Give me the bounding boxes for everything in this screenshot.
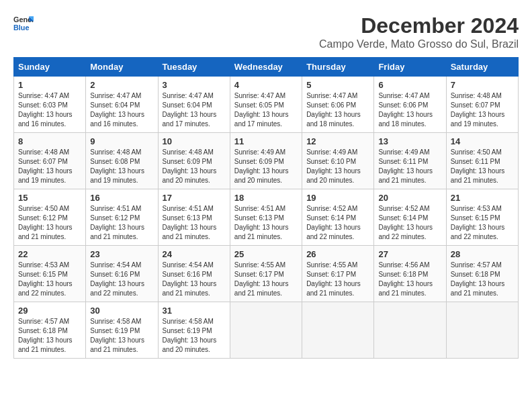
day-number: 11	[234, 136, 298, 146]
weekday-header-wednesday: Wednesday	[230, 58, 302, 77]
day-info: Sunrise: 4:47 AMSunset: 6:04 PMDaylight:…	[90, 91, 153, 129]
calendar-cell	[446, 302, 518, 359]
calendar-cell: 21Sunrise: 4:53 AMSunset: 6:15 PMDayligh…	[446, 189, 518, 246]
calendar-cell: 29Sunrise: 4:57 AMSunset: 6:18 PMDayligh…	[14, 302, 86, 359]
day-info: Sunrise: 4:58 AMSunset: 6:19 PMDaylight:…	[90, 317, 153, 355]
day-info: Sunrise: 4:56 AMSunset: 6:18 PMDaylight:…	[378, 261, 441, 298]
day-info: Sunrise: 4:48 AMSunset: 6:07 PMDaylight:…	[451, 91, 514, 129]
weekday-header-saturday: Saturday	[446, 58, 518, 77]
day-info: Sunrise: 4:54 AMSunset: 6:16 PMDaylight:…	[163, 261, 226, 298]
calendar-cell: 7Sunrise: 4:48 AMSunset: 6:07 PMDaylight…	[446, 77, 518, 133]
calendar-week-5: 29Sunrise: 4:57 AMSunset: 6:18 PMDayligh…	[14, 302, 519, 359]
calendar-cell: 3Sunrise: 4:47 AMSunset: 6:04 PMDaylight…	[158, 77, 230, 133]
calendar-cell: 15Sunrise: 4:50 AMSunset: 6:12 PMDayligh…	[14, 189, 86, 246]
calendar-cell: 25Sunrise: 4:55 AMSunset: 6:17 PMDayligh…	[230, 246, 302, 302]
day-info: Sunrise: 4:49 AMSunset: 6:10 PMDaylight:…	[306, 148, 369, 185]
calendar-cell: 20Sunrise: 4:52 AMSunset: 6:14 PMDayligh…	[374, 189, 446, 246]
day-info: Sunrise: 4:52 AMSunset: 6:14 PMDaylight:…	[378, 204, 441, 242]
day-info: Sunrise: 4:53 AMSunset: 6:15 PMDaylight:…	[451, 204, 514, 242]
weekday-header-row: SundayMondayTuesdayWednesdayThursdayFrid…	[14, 58, 519, 77]
calendar-cell: 18Sunrise: 4:51 AMSunset: 6:13 PMDayligh…	[230, 189, 302, 246]
day-info: Sunrise: 4:49 AMSunset: 6:09 PMDaylight:…	[234, 148, 298, 185]
day-number: 20	[378, 193, 441, 203]
day-info: Sunrise: 4:57 AMSunset: 6:18 PMDaylight:…	[451, 261, 514, 298]
day-number: 9	[90, 136, 153, 146]
calendar-cell: 13Sunrise: 4:49 AMSunset: 6:11 PMDayligh…	[374, 133, 446, 189]
day-number: 15	[18, 193, 81, 203]
weekday-header-friday: Friday	[374, 58, 446, 77]
calendar-cell: 10Sunrise: 4:48 AMSunset: 6:09 PMDayligh…	[158, 133, 230, 189]
day-number: 30	[90, 306, 153, 316]
day-info: Sunrise: 4:51 AMSunset: 6:13 PMDaylight:…	[234, 204, 298, 242]
calendar-cell: 31Sunrise: 4:58 AMSunset: 6:19 PMDayligh…	[158, 302, 230, 359]
title-section: December 2024 Campo Verde, Mato Grosso d…	[319, 13, 519, 50]
day-info: Sunrise: 4:47 AMSunset: 6:03 PMDaylight:…	[18, 91, 81, 129]
day-number: 6	[378, 80, 441, 90]
calendar-cell: 5Sunrise: 4:47 AMSunset: 6:06 PMDaylight…	[302, 77, 374, 133]
calendar-cell: 26Sunrise: 4:55 AMSunset: 6:17 PMDayligh…	[302, 246, 374, 302]
weekday-header-thursday: Thursday	[302, 58, 374, 77]
logo: General Blue	[13, 13, 34, 34]
calendar-cell: 22Sunrise: 4:53 AMSunset: 6:15 PMDayligh…	[14, 246, 86, 302]
calendar-cell: 19Sunrise: 4:52 AMSunset: 6:14 PMDayligh…	[302, 189, 374, 246]
day-info: Sunrise: 4:47 AMSunset: 6:04 PMDaylight:…	[163, 91, 226, 129]
day-info: Sunrise: 4:54 AMSunset: 6:16 PMDaylight:…	[90, 261, 153, 298]
day-number: 4	[234, 80, 298, 90]
day-number: 25	[234, 249, 298, 259]
day-number: 16	[90, 193, 153, 203]
svg-text:Blue: Blue	[13, 24, 29, 32]
calendar-cell: 30Sunrise: 4:58 AMSunset: 6:19 PMDayligh…	[86, 302, 158, 359]
day-info: Sunrise: 4:53 AMSunset: 6:15 PMDaylight:…	[18, 261, 81, 298]
day-number: 8	[18, 136, 81, 146]
day-number: 27	[378, 249, 441, 259]
calendar-cell: 27Sunrise: 4:56 AMSunset: 6:18 PMDayligh…	[374, 246, 446, 302]
location-title: Campo Verde, Mato Grosso do Sul, Brazil	[319, 38, 519, 50]
day-number: 28	[451, 249, 514, 259]
day-info: Sunrise: 4:55 AMSunset: 6:17 PMDaylight:…	[306, 261, 369, 298]
day-info: Sunrise: 4:48 AMSunset: 6:08 PMDaylight:…	[90, 148, 153, 185]
calendar-cell: 4Sunrise: 4:47 AMSunset: 6:05 PMDaylight…	[230, 77, 302, 133]
calendar-cell: 28Sunrise: 4:57 AMSunset: 6:18 PMDayligh…	[446, 246, 518, 302]
day-number: 21	[451, 193, 514, 203]
day-info: Sunrise: 4:47 AMSunset: 6:06 PMDaylight:…	[378, 91, 441, 129]
calendar-cell	[374, 302, 446, 359]
day-info: Sunrise: 4:58 AMSunset: 6:19 PMDaylight:…	[163, 317, 226, 355]
calendar-cell: 17Sunrise: 4:51 AMSunset: 6:13 PMDayligh…	[158, 189, 230, 246]
day-number: 7	[451, 80, 514, 90]
day-number: 3	[163, 80, 226, 90]
calendar-cell: 2Sunrise: 4:47 AMSunset: 6:04 PMDaylight…	[86, 77, 158, 133]
calendar-cell	[230, 302, 302, 359]
day-number: 23	[90, 249, 153, 259]
day-info: Sunrise: 4:51 AMSunset: 6:12 PMDaylight:…	[90, 204, 153, 242]
header: General Blue December 2024 Campo Verde, …	[13, 13, 519, 50]
calendar-table: SundayMondayTuesdayWednesdayThursdayFrid…	[13, 57, 519, 359]
calendar-cell: 6Sunrise: 4:47 AMSunset: 6:06 PMDaylight…	[374, 77, 446, 133]
day-number: 2	[90, 80, 153, 90]
calendar-cell: 8Sunrise: 4:48 AMSunset: 6:07 PMDaylight…	[14, 133, 86, 189]
day-number: 19	[306, 193, 369, 203]
day-info: Sunrise: 4:52 AMSunset: 6:14 PMDaylight:…	[306, 204, 369, 242]
day-number: 5	[306, 80, 369, 90]
day-number: 14	[451, 136, 514, 146]
calendar-week-1: 1Sunrise: 4:47 AMSunset: 6:03 PMDaylight…	[14, 77, 519, 133]
day-number: 12	[306, 136, 369, 146]
day-info: Sunrise: 4:50 AMSunset: 6:12 PMDaylight:…	[18, 204, 81, 242]
calendar-cell: 1Sunrise: 4:47 AMSunset: 6:03 PMDaylight…	[14, 77, 86, 133]
day-number: 24	[163, 249, 226, 259]
day-info: Sunrise: 4:47 AMSunset: 6:06 PMDaylight:…	[306, 91, 369, 129]
day-number: 22	[18, 249, 81, 259]
day-info: Sunrise: 4:50 AMSunset: 6:11 PMDaylight:…	[451, 148, 514, 185]
weekday-header-tuesday: Tuesday	[158, 58, 230, 77]
day-number: 10	[163, 136, 226, 146]
calendar-cell: 12Sunrise: 4:49 AMSunset: 6:10 PMDayligh…	[302, 133, 374, 189]
day-info: Sunrise: 4:55 AMSunset: 6:17 PMDaylight:…	[234, 261, 298, 298]
day-info: Sunrise: 4:49 AMSunset: 6:11 PMDaylight:…	[378, 148, 441, 185]
day-number: 13	[378, 136, 441, 146]
day-info: Sunrise: 4:57 AMSunset: 6:18 PMDaylight:…	[18, 317, 81, 355]
weekday-header-monday: Monday	[86, 58, 158, 77]
calendar-cell	[302, 302, 374, 359]
weekday-header-sunday: Sunday	[14, 58, 86, 77]
calendar-cell: 24Sunrise: 4:54 AMSunset: 6:16 PMDayligh…	[158, 246, 230, 302]
day-info: Sunrise: 4:51 AMSunset: 6:13 PMDaylight:…	[163, 204, 226, 242]
calendar-cell: 23Sunrise: 4:54 AMSunset: 6:16 PMDayligh…	[86, 246, 158, 302]
